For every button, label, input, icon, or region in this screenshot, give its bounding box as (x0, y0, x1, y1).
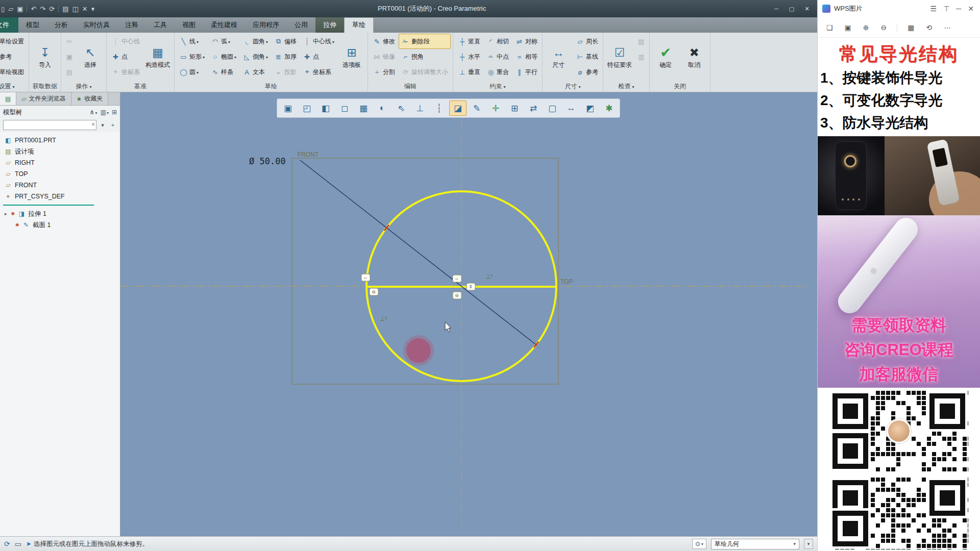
dimension-button[interactable]: ↔尺寸 (545, 34, 572, 81)
tree-item-csys[interactable]: ⌖PRT_CSYS_DEF (0, 191, 120, 202)
tree-item-part[interactable]: ◧PRT0001.PRT (0, 135, 120, 146)
palette-button[interactable]: ⊞选项板 (338, 34, 365, 81)
datum-centerline-button[interactable]: ┊中心线 (109, 34, 142, 49)
perimeter-button[interactable]: ▱周长 (573, 34, 601, 49)
midpoint-constraint-button[interactable]: ∸中点 (484, 49, 511, 64)
centerline-button[interactable]: ┊中心线 (300, 34, 337, 49)
tree-settings-icon[interactable]: ⊞ (112, 109, 117, 116)
circle-button[interactable]: ◯圆 (177, 64, 207, 80)
tab-model[interactable]: 模型 (18, 17, 47, 33)
tree-filter-icon[interactable]: ⋔ (90, 109, 97, 116)
delete-segment-button[interactable]: ✁删除段 (399, 34, 451, 49)
fit-icon[interactable]: ▣ (843, 23, 853, 32)
arc-button[interactable]: ◠弧 (208, 34, 239, 49)
tangent-constraint-button[interactable]: ◜相切 (484, 34, 511, 49)
reference-dim-button[interactable]: ⌀参考 (573, 64, 601, 80)
constraint-display-icon[interactable]: ⊥ (411, 101, 429, 116)
divide-button[interactable]: ÷分割 (370, 64, 398, 80)
tab-annotate[interactable]: 注释 (117, 17, 146, 33)
find-tool-button[interactable]: ⊙ (692, 539, 706, 549)
modify-button[interactable]: ✎修改 (370, 34, 398, 49)
symmetric-constraint-button[interactable]: ⇌对称 (512, 34, 540, 49)
tab-analysis[interactable]: 分析 (47, 17, 76, 33)
corner-button[interactable]: ⌐拐角 (399, 49, 451, 64)
highlight-icon[interactable]: ◩ (581, 101, 599, 116)
perpendicular-constraint-button[interactable]: ⊥垂直 (455, 64, 483, 80)
sketch-setup-button[interactable]: ✐草绘设置 (0, 34, 27, 49)
close-icon[interactable]: ✕ (966, 5, 975, 13)
paste-button[interactable]: ▤ (63, 64, 76, 80)
import-button[interactable]: ↧导入 (31, 34, 59, 81)
fullscreen-icon[interactable]: ❏ (825, 23, 835, 32)
ellipse-button[interactable]: ○椭圆 (208, 49, 239, 64)
thicken-button[interactable]: ≣加厚 (272, 49, 299, 64)
section-view-icon[interactable]: ◐ (374, 101, 391, 116)
tree-item-section[interactable]: ✱✎截面 1 (0, 219, 120, 231)
tab-tools[interactable]: 工具 (146, 17, 175, 33)
fillet-button[interactable]: ◟圆角 (240, 34, 271, 49)
tab-model-tree[interactable]: ▤ (0, 92, 16, 105)
refit-icon[interactable]: ▣ (279, 101, 297, 116)
guide-display-icon[interactable]: ┆ (430, 101, 448, 116)
coincident-constraint-button[interactable]: ◎重合 (484, 64, 511, 80)
tree-item-design[interactable]: ▤设计项 (0, 146, 120, 157)
insert-here-indicator[interactable] (3, 205, 94, 206)
tab-live-simulation[interactable]: 实时仿真 (76, 17, 117, 33)
mirror-button[interactable]: ⋈镜像 (370, 49, 398, 64)
cut-button[interactable]: ✂ (63, 34, 76, 49)
crop-icon[interactable]: ▦ (906, 23, 916, 32)
feature-requirements-button[interactable]: ☑特征要求 (605, 34, 634, 81)
tree-item-extrude[interactable]: ✱◨拉伸 1 (0, 208, 120, 219)
line-button[interactable]: ╲线 (177, 34, 207, 49)
options-icon[interactable]: ✱ (600, 101, 618, 116)
copy-button[interactable]: ▣ (63, 49, 76, 64)
tab-flexible-modeling[interactable]: 柔性建模 (203, 17, 245, 33)
datum-point-button[interactable]: ✚点 (109, 49, 142, 64)
flip-icon[interactable]: ⇄ (525, 101, 542, 116)
edit-display-icon[interactable]: ✎ (468, 101, 485, 116)
chamfer-button[interactable]: ◺倒角 (240, 49, 271, 64)
csys-display-icon[interactable]: ⊞ (506, 101, 523, 116)
menu-icon[interactable]: ☰ (929, 5, 939, 13)
pin-icon[interactable]: ⊤ (942, 5, 951, 13)
vertical-constraint-button[interactable]: ┼竖直 (455, 34, 483, 49)
view-manager-icon[interactable]: ▦ (355, 101, 372, 116)
tree-item-top-plane[interactable]: ▱TOP (0, 168, 120, 180)
zoom-out-icon[interactable]: ⊖ (879, 23, 889, 32)
open-file-icon[interactable]: ▱ (8, 5, 13, 13)
equal-constraint-button[interactable]: =相等 (512, 49, 540, 64)
sketch-view-button[interactable]: ◪草绘视图 (0, 64, 27, 80)
offset-button[interactable]: ⧉偏移 (272, 34, 299, 49)
baseline-button[interactable]: ⊢基线 (573, 49, 601, 64)
regenerate-icon[interactable]: ⟳ (49, 5, 55, 13)
tab-folder-browser[interactable]: ▱文件夹浏览器 (16, 92, 71, 105)
minimize-icon[interactable]: ─ (954, 5, 963, 13)
tab-sketch[interactable]: 草绘 (344, 17, 374, 33)
diameter-dimension-line[interactable] (300, 160, 537, 345)
horizontal-constraint-button[interactable]: ┼水平 (455, 49, 483, 64)
tree-columns-icon[interactable]: ▥ (101, 109, 109, 116)
shaded-view-icon[interactable]: ◧ (317, 101, 334, 116)
close-button[interactable]: ✕ (800, 3, 814, 14)
undo-icon[interactable]: ↶ (31, 5, 36, 13)
tree-item-right-plane[interactable]: ▱RIGHT (0, 157, 120, 168)
text-button[interactable]: A文本 (240, 64, 271, 80)
search-caret-icon[interactable]: ▾ (99, 120, 107, 130)
drag-handle-badge[interactable]: ⇕ (467, 283, 475, 290)
filter-caret-button[interactable]: ▾ (804, 539, 813, 549)
reorient-icon[interactable]: ⇖ (393, 101, 410, 116)
selection-filter-dropdown[interactable]: 草绘几何 (711, 539, 799, 549)
tab-view[interactable]: 视图 (175, 17, 203, 33)
regenerate-status-icon[interactable]: ⟳ (4, 540, 10, 548)
tab-extrude[interactable]: 拉伸 (315, 17, 344, 33)
tab-favorites[interactable]: ★收藏夹 (71, 92, 109, 105)
maximize-button[interactable]: ▢ (785, 3, 799, 14)
select-button[interactable]: ↖选择 (77, 34, 104, 81)
project-button[interactable]: ◒投影 (272, 64, 299, 80)
redo-icon[interactable]: ↷ (40, 5, 45, 13)
windows-icon[interactable]: ◫ (72, 5, 78, 13)
snap-icon[interactable]: ✛ (487, 101, 504, 116)
minimize-button[interactable]: ─ (769, 3, 783, 14)
sketch-view-icon[interactable]: ◪ (449, 101, 467, 116)
clear-search-icon[interactable]: × (91, 121, 95, 128)
